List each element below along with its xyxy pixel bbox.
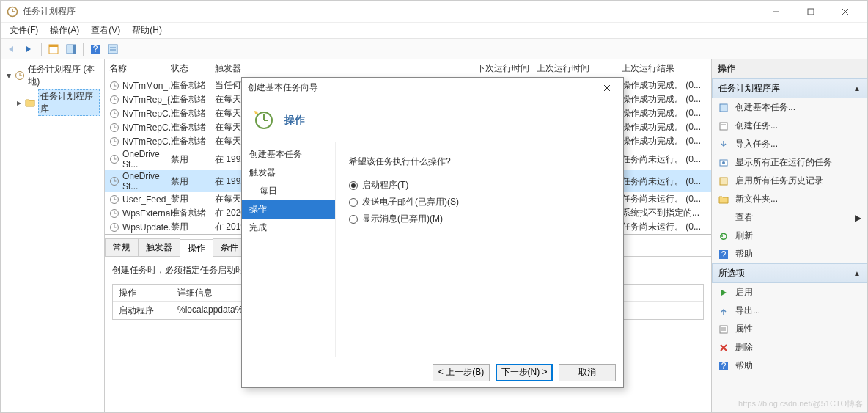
menubar: 文件(F) 操作(A) 查看(V) 帮助(H) bbox=[1, 23, 867, 39]
action-item[interactable]: ?帮助 bbox=[712, 245, 867, 263]
col-name[interactable]: 名称 bbox=[109, 62, 171, 75]
svg-text:?: ? bbox=[721, 249, 727, 260]
window-title: 任务计划程序 bbox=[23, 5, 760, 18]
actions-group-library[interactable]: 任务计划程序库 ▲ bbox=[712, 78, 867, 98]
action-icon bbox=[718, 139, 729, 150]
radio-run-program[interactable]: 启动程序(T) bbox=[349, 177, 610, 194]
tree-root[interactable]: ▾ 任务计划程序 (本地) bbox=[4, 62, 101, 89]
action-item[interactable]: ?帮助 bbox=[712, 357, 867, 375]
close-button[interactable] bbox=[828, 1, 861, 22]
action-item[interactable]: 启用 bbox=[712, 283, 867, 301]
step-daily[interactable]: 每日 bbox=[242, 182, 335, 200]
task-result: 操作成功完成。 (0... bbox=[622, 79, 707, 92]
action-item[interactable]: 刷新 bbox=[712, 227, 867, 245]
task-status: 准备就绪 bbox=[171, 121, 215, 134]
task-status: 准备就绪 bbox=[171, 79, 215, 92]
clock-icon bbox=[109, 194, 119, 205]
step-create[interactable]: 创建基本任务 bbox=[242, 145, 335, 164]
action-icon bbox=[718, 175, 729, 187]
dialog-heading: 操作 bbox=[284, 114, 305, 127]
chevron-up-icon: ▲ bbox=[853, 269, 861, 277]
task-result: 任务尚未运行。 (0... bbox=[622, 193, 707, 205]
wizard-dialog: 创建基本任务向导 操作 创建基本任务 触发器 每日 操作 完成 希望该任务执行什… bbox=[241, 77, 624, 388]
tab-actions[interactable]: 操作 bbox=[180, 239, 213, 257]
back-button[interactable]: < 上一步(B) bbox=[433, 364, 490, 381]
menu-action[interactable]: 操作(A) bbox=[44, 23, 85, 38]
clock-icon bbox=[109, 136, 119, 147]
svg-rect-49 bbox=[720, 104, 727, 112]
wizard-prompt: 希望该任务执行什么操作? bbox=[349, 156, 610, 168]
app-icon bbox=[15, 70, 25, 81]
clock-icon bbox=[109, 208, 119, 219]
show-hide-tree-button[interactable] bbox=[45, 41, 62, 57]
show-hide-actions-button[interactable] bbox=[63, 41, 79, 57]
action-icon bbox=[718, 342, 729, 354]
step-action[interactable]: 操作 bbox=[242, 200, 335, 219]
chevron-up-icon: ▲ bbox=[853, 84, 861, 92]
action-item[interactable]: 导入任务... bbox=[712, 135, 867, 153]
action-item[interactable]: 查看▶ bbox=[712, 208, 867, 227]
actions-pane: 操作 任务计划程序库 ▲ 创建基本任务...创建任务...导入任务...显示所有… bbox=[712, 59, 867, 412]
toolbar: ? bbox=[1, 39, 867, 59]
minimize-button[interactable] bbox=[760, 1, 792, 22]
action-item[interactable]: 创建任务... bbox=[712, 117, 867, 135]
dialog-close-button[interactable] bbox=[597, 79, 617, 97]
menu-file[interactable]: 文件(F) bbox=[4, 23, 44, 38]
forward-button[interactable] bbox=[21, 41, 37, 57]
step-done[interactable]: 完成 bbox=[242, 219, 335, 237]
tree-library-label: 任务计划程序库 bbox=[38, 89, 100, 116]
action-icon bbox=[718, 230, 729, 242]
action-item[interactable]: 导出... bbox=[712, 301, 867, 320]
task-status: 禁用 bbox=[171, 221, 215, 233]
radio-icon bbox=[349, 215, 358, 224]
cancel-button[interactable]: 取消 bbox=[559, 364, 616, 381]
properties-button[interactable] bbox=[105, 41, 121, 57]
action-item[interactable]: 启用所有任务历史记录 bbox=[712, 172, 867, 190]
back-button[interactable] bbox=[4, 41, 20, 57]
task-status: 准备就绪 bbox=[171, 107, 215, 120]
action-icon: ? bbox=[718, 249, 729, 260]
svg-rect-4 bbox=[808, 9, 814, 15]
task-name: OneDrive St... bbox=[122, 171, 171, 191]
svg-text:?: ? bbox=[93, 44, 98, 54]
tab-general[interactable]: 常规 bbox=[105, 238, 139, 256]
actions-group-selection[interactable]: 所选项 ▲ bbox=[712, 263, 867, 283]
chevron-right-icon: ▸ bbox=[15, 98, 22, 108]
task-result: 操作成功完成。 (0... bbox=[622, 93, 707, 106]
action-label: 帮助 bbox=[735, 359, 753, 372]
help-button[interactable]: ? bbox=[87, 41, 103, 57]
task-result: 操作成功完成。 (0... bbox=[622, 135, 707, 147]
col-trigger[interactable]: 触发器 bbox=[215, 62, 477, 75]
action-label: 查看 bbox=[735, 211, 753, 224]
action-label: 属性 bbox=[735, 323, 753, 335]
menu-help[interactable]: 帮助(H) bbox=[126, 23, 168, 38]
action-item[interactable]: 创建基本任务... bbox=[712, 98, 867, 117]
column-headers: 名称 状态 触发器 下次运行时间 上次运行时间 上次运行结果 bbox=[105, 59, 711, 78]
action-item[interactable]: 属性 bbox=[712, 320, 867, 338]
action-item[interactable]: 显示所有正在运行的任务 bbox=[712, 153, 867, 172]
tab-triggers[interactable]: 触发器 bbox=[138, 238, 180, 256]
action-icon bbox=[718, 287, 729, 299]
radio-show-message[interactable]: 显示消息(已弃用)(M) bbox=[349, 211, 610, 227]
radio-send-email[interactable]: 发送电子邮件(已弃用)(S) bbox=[349, 194, 610, 211]
step-trigger[interactable]: 触发器 bbox=[242, 164, 335, 182]
action-item[interactable]: 新文件夹... bbox=[712, 190, 867, 208]
task-name: WpsUpdate... bbox=[122, 222, 176, 233]
clock-icon bbox=[109, 154, 119, 164]
col-next[interactable]: 下次运行时间 bbox=[477, 62, 537, 75]
action-label: 帮助 bbox=[735, 248, 753, 260]
menu-view[interactable]: 查看(V) bbox=[85, 23, 126, 38]
task-status: 禁用 bbox=[171, 175, 215, 188]
next-button[interactable]: 下一步(N) > bbox=[496, 364, 553, 381]
action-label: 删除 bbox=[735, 341, 753, 354]
maximize-button[interactable] bbox=[794, 1, 827, 22]
dialog-titlebar: 创建基本任务向导 bbox=[242, 78, 623, 98]
action-label: 导入任务... bbox=[735, 138, 778, 150]
col-last[interactable]: 上次运行时间 bbox=[537, 62, 622, 75]
task-name: User_Feed_... bbox=[122, 194, 178, 205]
col-status[interactable]: 状态 bbox=[171, 62, 215, 75]
col-result[interactable]: 上次运行结果 bbox=[622, 62, 707, 75]
action-item[interactable]: 删除 bbox=[712, 338, 867, 357]
dialog-title: 创建基本任务向导 bbox=[248, 81, 597, 94]
tree-library[interactable]: ▸ 任务计划程序库 bbox=[14, 89, 101, 117]
